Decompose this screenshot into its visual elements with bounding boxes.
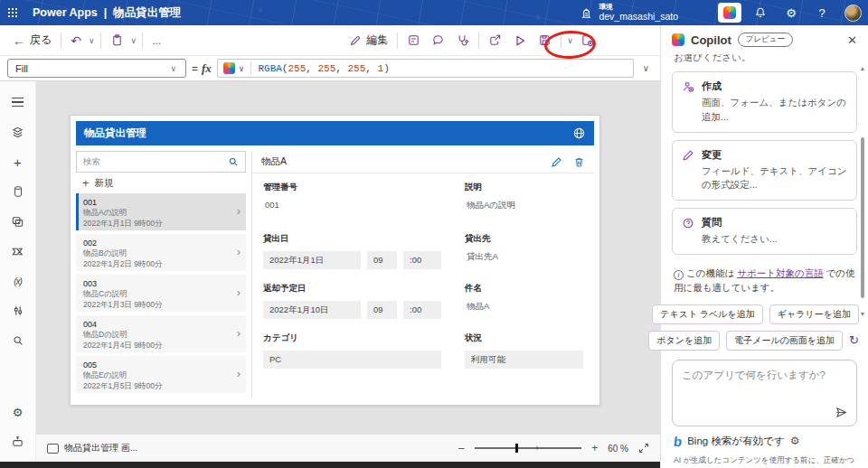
rail-insert-icon[interactable]: + <box>4 148 33 175</box>
copilot-toggle-button[interactable] <box>714 0 745 25</box>
copilot-card-create[interactable]: 作成 画面、フォーム、またはボタンの追加... <box>672 71 857 133</box>
help-button[interactable]: ? <box>807 0 837 25</box>
list-item[interactable]: 002 物品Bの説明 2022年1月2日 9時00分 › <box>76 234 246 271</box>
divider <box>478 33 479 49</box>
rail-variables-icon[interactable]: (x) <box>4 267 33 295</box>
search-input[interactable]: 検索 <box>76 151 246 173</box>
copilot-fx-icon[interactable] <box>223 62 235 74</box>
list-item[interactable]: 005 物品Eの説明 2022年1月5日 9時00分 › <box>76 356 246 393</box>
send-button[interactable] <box>835 406 848 419</box>
paste-dropdown-chevron[interactable]: ∨ <box>129 36 139 45</box>
rail-power-automate-icon[interactable] <box>4 238 33 265</box>
minute-input[interactable]: :00 <box>403 251 441 269</box>
item-datetime: 2022年1月3日 9時00分 <box>83 300 231 310</box>
rail-search-icon[interactable] <box>4 327 33 354</box>
title-separator: | <box>104 6 108 19</box>
account-button[interactable] <box>837 0 868 25</box>
chevron-right-icon: › <box>237 204 241 218</box>
publish-button[interactable] <box>575 29 599 52</box>
chip-add-button[interactable]: ボタンを追加 <box>648 331 720 351</box>
card-title: 作成 <box>702 80 847 93</box>
rail-advanced-tools-icon[interactable] <box>4 297 33 324</box>
back-button[interactable]: ← 戻る <box>7 29 57 52</box>
chip-add-text-label[interactable]: テキスト ラベルを追加 <box>652 304 763 324</box>
save-dropdown-chevron[interactable]: ∨ <box>565 36 575 45</box>
chat-button[interactable] <box>426 29 450 52</box>
overflow-icon: ... <box>152 34 161 47</box>
list-item[interactable]: 001 物品Aの説明 2022年1月1日 9時00分 › <box>76 193 246 230</box>
waffle-menu-icon[interactable] <box>0 0 25 25</box>
scroll-up-arrow[interactable]: ▲ <box>859 65 866 71</box>
formula-text[interactable]: RGBA(255, 255, 255, 1) <box>258 63 389 74</box>
copilot-card-question[interactable]: 質問 教えてください... <box>672 208 857 255</box>
bing-logo: b <box>673 435 683 448</box>
scrolled-message: お選びください。 <box>674 54 855 64</box>
new-record-button[interactable]: + 新規 <box>76 173 246 193</box>
preview-play-button[interactable] <box>507 29 533 52</box>
design-canvas[interactable]: 物品貸出管理 検索 + 新規 <box>36 81 660 434</box>
undo-dropdown-chevron[interactable]: ∨ <box>87 36 97 45</box>
app-screen-header[interactable]: 物品貸出管理 <box>76 121 594 145</box>
info-icon: i <box>674 270 684 280</box>
zoom-out-button[interactable]: − <box>458 442 466 455</box>
status-input[interactable]: 利用可能 <box>465 351 583 369</box>
scroll-down-arrow[interactable]: ▼ <box>859 311 866 317</box>
rail-tree-view-icon[interactable] <box>4 118 33 145</box>
date-input[interactable]: 2022年1月1日 <box>263 251 361 269</box>
settings-button[interactable]: ⚙ <box>776 0 807 25</box>
minute-input[interactable]: :00 <box>403 301 441 319</box>
environment-name: dev_masashi_sato <box>599 11 678 22</box>
copilot-fx-chevron[interactable]: ∨ <box>239 64 245 73</box>
environment-switcher[interactable]: 環境 dev_masashi_sato <box>580 4 678 23</box>
scrollbar-thumb[interactable] <box>861 137 864 298</box>
rail-menu-icon[interactable] <box>4 89 33 116</box>
share-button[interactable] <box>483 29 507 52</box>
notifications-button[interactable] <box>745 0 776 25</box>
refresh-suggestions-icon[interactable]: ↻ <box>849 334 859 346</box>
rail-settings-icon[interactable]: ⚙ <box>4 398 33 426</box>
fullscreen-button[interactable] <box>638 443 649 454</box>
overflow-button[interactable]: ... <box>146 29 166 52</box>
search-icon[interactable] <box>228 156 239 167</box>
list-item[interactable]: 003 物品Cの説明 2022年1月3日 9時00分 › <box>76 275 246 312</box>
list-item[interactable]: 004 物品Dの説明 2022年1月4日 9時00分 › <box>76 315 246 352</box>
item-datetime: 2022年1月4日 9時00分 <box>83 341 231 351</box>
delete-record-button[interactable] <box>573 156 585 168</box>
chip-add-gallery[interactable]: ギャラリーを追加 <box>769 304 859 324</box>
item-desc: 物品Cの説明 <box>83 289 231 299</box>
zoom-slider[interactable]: + <box>475 447 581 449</box>
close-icon[interactable]: ✕ <box>847 33 857 47</box>
chip-add-email-screen[interactable]: 電子メールの画面を追加 <box>726 331 843 351</box>
rail-data-icon[interactable] <box>4 178 33 205</box>
zoom-in-button[interactable]: + <box>591 442 598 454</box>
pencil-icon <box>551 156 562 168</box>
app-checker-button[interactable] <box>450 29 475 52</box>
comments-button[interactable] <box>401 29 426 52</box>
undo-button[interactable]: ↶ <box>65 29 87 52</box>
copilot-input[interactable] <box>673 360 856 407</box>
paste-button[interactable] <box>105 29 129 52</box>
property-select[interactable]: Fill ∨ <box>7 59 186 78</box>
copilot-card-modify[interactable]: 変更 フィールド、テキスト、アイコンの形式設定... <box>672 140 857 201</box>
supported-languages-link[interactable]: サポート対象の言語 <box>737 267 823 278</box>
rail-virtual-agent-icon[interactable] <box>4 428 33 455</box>
globe-icon[interactable] <box>572 126 586 140</box>
formula-input[interactable]: ∨ RGBA(255, 255, 255, 1) <box>217 59 634 78</box>
save-button[interactable] <box>533 29 557 52</box>
product-name[interactable]: Power Apps <box>33 6 98 19</box>
rail-media-icon[interactable] <box>4 208 33 235</box>
formula-bar-expand-chevron[interactable]: ∨ <box>639 63 653 73</box>
edit-record-button[interactable] <box>551 156 562 168</box>
app-screen-preview[interactable]: 物品貸出管理 検索 + 新規 <box>70 115 600 406</box>
edit-button[interactable]: 編集 <box>344 29 393 52</box>
bing-settings-gear-icon[interactable]: ⚙ <box>790 435 800 447</box>
category-input[interactable]: PC <box>263 351 441 369</box>
copilot-scrollbar[interactable]: ▲ ▼ <box>859 65 866 327</box>
zoom-slider-handle[interactable] <box>515 444 518 453</box>
hour-input[interactable]: 09 <box>367 251 397 269</box>
item-id: 001 <box>83 197 231 208</box>
screen-name[interactable]: 物品貸出管理 画... <box>64 442 137 454</box>
date-input[interactable]: 2022年1月10日 <box>263 301 361 319</box>
clipboard-icon <box>110 33 124 47</box>
hour-input[interactable]: 09 <box>367 301 397 319</box>
